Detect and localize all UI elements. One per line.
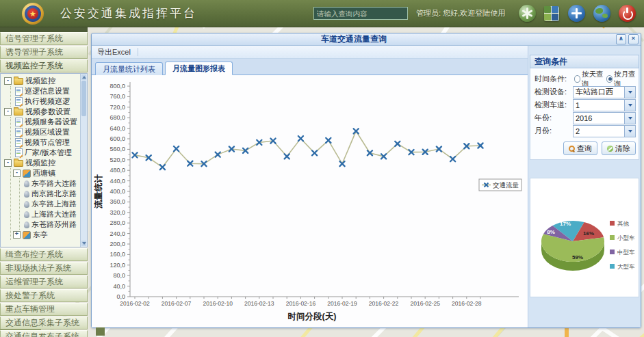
scroll-up-icon[interactable] — [81, 75, 86, 80]
tree-item[interactable]: 厂家/版本管理 — [13, 148, 80, 158]
plus-icon[interactable] — [568, 5, 585, 22]
svg-text:720,0: 720,0 — [110, 104, 125, 111]
pie-chart: 16%59%8%17%其他小型车中型车大型车 — [530, 178, 637, 295]
field-label: 年份: — [534, 113, 573, 123]
scroll-down-icon[interactable] — [81, 241, 86, 246]
svg-text:280,0: 280,0 — [110, 219, 125, 226]
tree-item[interactable]: 视频区域设置 — [13, 127, 80, 137]
svg-text:中型车: 中型车 — [617, 249, 635, 256]
power-icon[interactable] — [619, 5, 636, 22]
sidebar-item[interactable]: 视频监控子系统 — [0, 59, 88, 72]
tree-node[interactable]: +东亭 — [13, 230, 80, 240]
collapse-toggle-icon[interactable]: - — [4, 77, 12, 85]
search-input[interactable] — [313, 7, 408, 20]
svg-text:大型车: 大型车 — [617, 263, 635, 270]
collapse-toggle-icon[interactable]: - — [4, 159, 12, 167]
svg-text:其他: 其他 — [617, 220, 630, 227]
sidebar-item[interactable]: 诱导管理子系统 — [0, 46, 88, 59]
traffic-query-window: 车道交通流量查询 ∧ × 导出Excel 月流量统计列表月流量图形报表 0,04… — [91, 33, 641, 328]
area-node-icon — [23, 231, 31, 239]
field-label: 检测车道: — [534, 100, 573, 110]
sidebar-item[interactable]: 重点车辆管理 — [0, 303, 88, 316]
video-tree: -视频监控巡逻信息设置执行视频巡逻-视频参数设置视频服务器设置视频区域设置视频节… — [1, 74, 87, 240]
dropdown[interactable]: 2016 — [573, 112, 636, 124]
sidebar-item[interactable]: 交通信息发布子系统 — [0, 330, 88, 337]
document-icon — [15, 87, 23, 96]
svg-text:120,0: 120,0 — [110, 262, 125, 269]
welcome-text: 管理员: 您好,欢迎登陆使用 — [416, 8, 505, 18]
expand-toggle-icon[interactable]: + — [13, 231, 21, 239]
tree-road-item[interactable]: 东亭路上海路 — [22, 199, 80, 209]
svg-text:480,0: 480,0 — [110, 167, 125, 174]
window-title: 车道交通流量查询 — [92, 33, 616, 45]
sidebar-item[interactable]: 交通信息采集子系统 — [0, 316, 88, 329]
chevron-down-icon[interactable] — [624, 100, 635, 111]
svg-text:0,0: 0,0 — [116, 293, 125, 300]
chevron-down-icon[interactable] — [624, 87, 635, 98]
sidebar-item[interactable]: 接处警子系统 — [0, 289, 88, 302]
clear-icon — [607, 146, 613, 152]
tree-item[interactable]: 视频服务器设置 — [13, 117, 80, 127]
road-camera-icon — [24, 211, 29, 218]
tree-node[interactable]: -西塘镇 — [13, 168, 80, 178]
document-icon — [15, 138, 23, 147]
query-panel: 查询条件 时间条件: 按天查询 按月查询 检测设备:车站路口西检测车道:1年份:… — [528, 46, 641, 327]
flower-icon[interactable] — [519, 5, 536, 22]
dropdown[interactable]: 车站路口西 — [573, 86, 636, 98]
road-camera-icon — [24, 180, 29, 187]
chevron-down-icon[interactable] — [624, 126, 635, 137]
tree-folder[interactable]: -视频参数设置 — [4, 107, 80, 117]
collapse-button[interactable]: ∧ — [616, 34, 626, 44]
tree-item[interactable]: 视频节点管理 — [13, 137, 80, 148]
scrollbar-thumb[interactable] — [81, 81, 86, 116]
collapse-toggle-icon[interactable]: - — [4, 108, 12, 116]
tree-road-item[interactable]: 东苍路苏州路 — [22, 219, 80, 230]
document-icon — [15, 97, 23, 106]
tree-road-item[interactable]: 上海路大连路 — [22, 209, 80, 219]
tab-inactive[interactable]: 月流量统计列表 — [95, 62, 163, 75]
svg-text:360,0: 360,0 — [110, 198, 125, 205]
tree-scrollbar[interactable] — [80, 74, 87, 247]
tab-active[interactable]: 月流量图形报表 — [165, 62, 233, 75]
tree-folder[interactable]: -视频监控 — [4, 158, 80, 168]
tiles-icon[interactable] — [544, 6, 559, 21]
collapse-toggle-icon[interactable]: - — [13, 170, 21, 177]
sidebar-item[interactable]: 缉查布控子系统 — [0, 248, 88, 261]
header-shadow-strip — [0, 27, 88, 32]
close-button[interactable]: × — [628, 34, 639, 44]
legend-swatch — [610, 221, 615, 226]
tree-item[interactable]: 执行视频巡逻 — [13, 96, 80, 107]
header-icon-bar — [511, 5, 644, 22]
tree-folder[interactable]: -视频监控 — [4, 76, 80, 86]
chevron-down-icon[interactable] — [624, 113, 635, 124]
svg-text:760,0: 760,0 — [110, 93, 125, 100]
svg-text:时间分段(天): 时间分段(天) — [288, 312, 337, 321]
folder-icon — [14, 78, 23, 85]
search-button[interactable]: 查询 — [563, 141, 597, 155]
chart-legend: 交通流量 — [479, 179, 521, 191]
svg-text:320,0: 320,0 — [110, 209, 125, 216]
sidebar-item[interactable]: 运维管理子系统 — [0, 275, 88, 288]
vehicle-type-pie-panel: 16%59%8%17%其他小型车中型车大型车 — [530, 178, 639, 297]
dropdown[interactable]: 2 — [573, 125, 636, 137]
query-form: 时间条件: 按天查询 按月查询 检测设备:车站路口西检测车道:1年份:2016月… — [530, 68, 639, 160]
svg-text:800,0: 800,0 — [110, 83, 125, 90]
tree-road-item[interactable]: 东亭路大连路 — [22, 178, 80, 189]
tree-road-item[interactable]: 南京路北京路 — [22, 189, 80, 199]
chart-content: 0,040,080,0120,0160,0200,0240,0280,0320,… — [92, 75, 528, 327]
svg-text:16%: 16% — [583, 230, 594, 237]
svg-text:17%: 17% — [560, 221, 571, 227]
sidebar-top-accordion: 信号管理子系统诱导管理子系统视频监控子系统 — [0, 32, 88, 73]
app-header: ★ 公安交通集成指挥平台 管理员: 您好,欢迎登陆使用 — [0, 0, 644, 27]
svg-text:560,0: 560,0 — [110, 146, 125, 152]
dropdown[interactable]: 1 — [573, 99, 636, 111]
toolbar: 导出Excel — [92, 46, 528, 59]
clear-button[interactable]: 清除 — [602, 141, 636, 155]
globe-icon[interactable] — [593, 5, 610, 22]
sidebar-item[interactable]: 信号管理子系统 — [0, 32, 88, 45]
sidebar-item[interactable]: 非现场执法子系统 — [0, 262, 88, 275]
svg-text:160,0: 160,0 — [110, 251, 125, 258]
tree-item[interactable]: 巡逻信息设置 — [13, 86, 80, 96]
svg-text:2016-02-19: 2016-02-19 — [327, 300, 357, 307]
export-excel-button[interactable]: 导出Excel — [92, 47, 136, 57]
